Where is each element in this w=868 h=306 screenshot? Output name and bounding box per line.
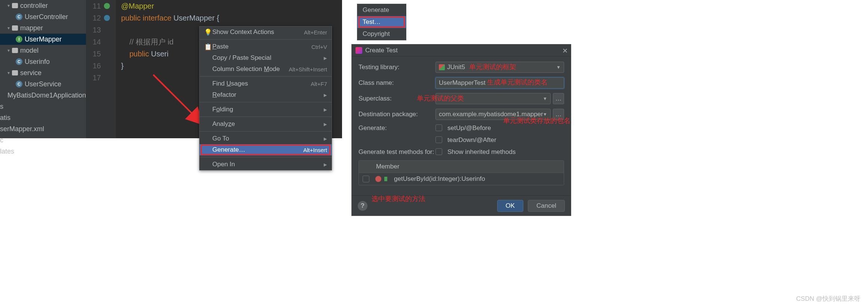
tree-label: Userinfo — [25, 58, 50, 66]
bulb-icon: 💡 — [204, 28, 212, 36]
menu-find-usages[interactable]: Find UsagesAlt+F7 — [200, 78, 332, 89]
menu-label: Show Context Actions — [212, 28, 304, 36]
class-icon: C — [16, 58, 22, 65]
label-destination: Destination package: — [358, 111, 435, 118]
project-tree[interactable]: ▾controller CUserController ▾mapper IUse… — [0, 0, 86, 138]
label-gen-methods: Generate test methods for: — [358, 148, 435, 156]
tree-label: model — [20, 47, 39, 55]
label-class-name: Class name: — [358, 79, 435, 87]
tree-file-application[interactable]: MyBatisDome1Application — [0, 90, 86, 101]
menu-label: Copy / Paste Special — [212, 54, 324, 62]
gutter-icon[interactable] — [104, 3, 110, 9]
input-class-name[interactable]: UserMapperTest — [435, 77, 564, 89]
browse-button[interactable]: … — [553, 109, 564, 120]
tree-label: c — [0, 136, 3, 144]
intellij-icon — [355, 47, 362, 54]
menu-column-selection[interactable]: Column Selection ModeAlt+Shift+Insert — [200, 64, 332, 75]
menu-paste[interactable]: 📋PPasteasteCtrl+V — [200, 41, 332, 52]
tree-label: s — [0, 103, 3, 111]
line-number: 11 — [86, 2, 102, 10]
tree-file-userinfo[interactable]: CUserinfo — [0, 56, 86, 67]
tree-label: UserService — [25, 80, 61, 88]
menu-generate[interactable]: Generate…Alt+Insert — [200, 144, 332, 155]
checkbox-method[interactable] — [363, 176, 369, 182]
line-number: 16 — [86, 62, 102, 70]
shortcut: Ctrl+V — [311, 44, 327, 50]
shortcut: Alt+F7 — [311, 81, 327, 87]
tree-file-userservice[interactable]: CUserService — [0, 78, 86, 90]
tree-label: UserController — [25, 13, 68, 21]
tree-item-atis[interactable]: atis — [0, 112, 86, 123]
help-button[interactable]: ? — [358, 201, 367, 211]
member-row[interactable]: getUserById(id:Integer):Userinfo — [359, 173, 564, 185]
tree-file-usercontroller[interactable]: CUserController — [0, 11, 86, 22]
folder-icon — [12, 25, 18, 31]
tree-item-c[interactable]: c — [0, 135, 86, 146]
folder-icon — [12, 3, 18, 8]
code-text: UserMapper — [173, 14, 217, 22]
combo-destination[interactable]: com.example.mybatisdome1.mapper▼ — [435, 109, 551, 120]
combo-library[interactable]: JUnit5▼ — [435, 62, 564, 73]
gutter-icon[interactable] — [104, 15, 110, 21]
tree-label: lates — [0, 148, 14, 155]
ok-button[interactable]: OK — [497, 200, 524, 212]
line-number: 12 — [86, 14, 102, 22]
popup-item-test[interactable]: Test… — [357, 16, 406, 28]
menu-copy-paste-special[interactable]: Copy / Paste Special▸ — [200, 52, 332, 64]
separator — [200, 157, 332, 157]
checkbox-teardown[interactable] — [435, 136, 442, 143]
menu-label: Open In — [212, 161, 324, 168]
chevron-right-icon: ▸ — [324, 135, 327, 143]
combo-superclass[interactable]: ▼ — [435, 93, 551, 104]
context-menu[interactable]: 💡Show Context ActionsAlt+Enter 📋PPasteas… — [199, 26, 332, 170]
menu-label: Go To — [212, 135, 324, 142]
line-number: 15 — [86, 50, 102, 58]
code-text: Useri — [151, 50, 169, 58]
tree-folder-service[interactable]: ▾service — [0, 67, 86, 78]
popup-item-copyright[interactable]: Copyright — [357, 28, 406, 40]
tree-folder-model[interactable]: ▾model — [0, 45, 86, 56]
chevron-right-icon: ▸ — [324, 54, 327, 62]
tree-label: MyBatisDome1Application — [7, 92, 86, 99]
popup-title: Generate — [363, 6, 389, 14]
tree-folder-controller[interactable]: ▾controller — [0, 0, 86, 11]
checkbox-label: setUp/@Before — [447, 124, 491, 132]
menu-goto[interactable]: Go To▸ — [200, 133, 332, 144]
separator — [200, 76, 332, 77]
generate-popup[interactable]: Generate Test… Copyright — [357, 4, 406, 40]
code-text: @Mapper — [121, 2, 154, 10]
tree-file-usermapper[interactable]: IUserMapper — [0, 34, 86, 45]
tree-item-lates[interactable]: lates — [0, 146, 86, 157]
dialog-title: Create Test — [365, 47, 398, 54]
menu-folding[interactable]: Folding▸ — [200, 104, 332, 115]
combo-value: com.example.mybatisdome1.mapper — [439, 111, 543, 118]
browse-button[interactable]: … — [553, 93, 564, 104]
checkbox-inherited[interactable] — [435, 148, 442, 155]
close-button[interactable]: ✕ — [562, 47, 568, 55]
tree-label: atis — [0, 114, 10, 122]
interface-icon: I — [16, 36, 22, 43]
menu-refactor[interactable]: Refactor▸ — [200, 89, 332, 101]
tree-file-xml[interactable]: serMapper.xml — [0, 123, 86, 135]
menu-show-context-actions[interactable]: 💡Show Context ActionsAlt+Enter — [200, 27, 332, 38]
button-label: Cancel — [536, 202, 556, 210]
chevron-right-icon: ▸ — [324, 91, 327, 99]
menu-analyze[interactable]: Analyze▸ — [200, 118, 332, 130]
chevron-down-icon: ▼ — [543, 96, 547, 101]
tree-item-s[interactable]: s — [0, 101, 86, 112]
menu-label: Copyright — [363, 30, 390, 38]
input-value: UserMapperTest — [439, 79, 486, 87]
tree-folder-mapper[interactable]: ▾mapper — [0, 22, 86, 34]
code-text: interface — [141, 14, 173, 22]
checkbox-setup[interactable] — [435, 124, 442, 131]
separator — [200, 131, 332, 132]
tree-label: controller — [20, 2, 48, 10]
menu-open-in[interactable]: Open In▸ — [200, 159, 332, 170]
code-text: // 根据用户 id — [129, 37, 173, 47]
cancel-button[interactable]: Cancel — [528, 200, 565, 212]
separator — [200, 39, 332, 40]
code-text: public — [129, 50, 151, 58]
table-header: Member — [359, 161, 564, 173]
separator — [200, 117, 332, 117]
tree-label: UserMapper — [25, 35, 62, 43]
